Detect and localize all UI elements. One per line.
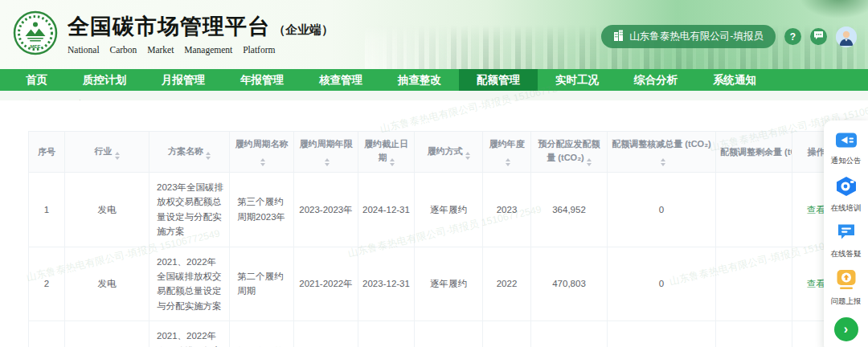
panel-item-label: 问题上报	[831, 296, 862, 307]
cell-seq: 2	[29, 247, 65, 321]
help-button[interactable]: ?	[784, 28, 801, 45]
nav-tab-annual-report[interactable]: 年报管理	[223, 69, 301, 91]
panel-item-training[interactable]: 在线培训	[831, 176, 862, 214]
branding: 全国碳市场管理平台 （企业端） National Carbon Market M…	[68, 12, 334, 55]
col-deadline[interactable]: 履约截止日期	[358, 132, 415, 173]
qa-chat-icon	[836, 223, 857, 246]
view-link[interactable]: 查看	[807, 279, 825, 288]
panel-item-qa[interactable]: 在线答疑	[831, 223, 862, 259]
table-header-row: 序号 行业 方案名称 履约周期名称 履约周期年限 履约截止日期 履约方式 履约年…	[29, 132, 841, 173]
chevron-right-icon: ›	[844, 322, 848, 337]
col-cycle-name[interactable]: 履约周期名称	[230, 132, 294, 173]
cell-deadline: 2023-12-31	[358, 321, 415, 347]
cell-adjust-reduction: 0	[608, 247, 716, 321]
cell-industry: 发电	[65, 321, 149, 347]
nav-tab-realtime-status[interactable]: 实时工况	[538, 69, 616, 91]
cell-adjust-remaining	[716, 247, 792, 321]
table-row: 1 发电 2023年全国碳排放权交易配额总量设定与分配实施方案 第三个履约周期2…	[29, 173, 841, 247]
cell-industry: 发电	[65, 247, 149, 321]
svg-text:MEE: MEE	[30, 44, 40, 49]
cell-cycle-years: 2021-2022年	[294, 321, 358, 347]
col-method[interactable]: 履约方式	[415, 132, 483, 173]
collapse-panel-button[interactable]: ›	[834, 317, 858, 341]
cell-adjust-reduction: 0	[608, 321, 716, 347]
quick-access-panel: 通知公告 在线培训 在线答疑	[824, 120, 868, 347]
col-adjust-reduction[interactable]: 配额调整核减总量 (tCO₂)	[608, 132, 716, 173]
col-year[interactable]: 履约年度	[483, 132, 531, 173]
header-actions: 山东鲁泰热电有限公司-填报员 ?	[601, 25, 857, 48]
message-button[interactable]	[810, 28, 827, 45]
avatar[interactable]	[836, 27, 857, 47]
cell-method: 逐年履约	[415, 173, 483, 247]
nav-tab-home[interactable]: 首页	[8, 69, 65, 91]
cell-pre-allocation: 470,803	[531, 247, 608, 321]
announcement-icon	[835, 131, 858, 153]
cell-cycle-years: 2021-2022年	[294, 247, 358, 321]
cell-cycle-years: 2023-2023年	[294, 173, 358, 247]
cell-pre-allocation: 364,952	[531, 173, 608, 247]
cell-adjust-reduction: 0	[608, 173, 716, 247]
mee-logo-icon: MEE	[13, 10, 58, 55]
cell-pre-allocation: 470,803	[531, 321, 608, 347]
page-title-suffix: （企业端）	[273, 22, 334, 38]
sort-icon[interactable]	[325, 158, 330, 166]
panel-item-announcements[interactable]: 通知公告	[831, 131, 862, 166]
table-row: 2 发电 2021、2022年全国碳排放权交易配额总量设定与分配实施方案 第二个…	[29, 247, 841, 321]
panel-item-label: 通知公告	[831, 156, 862, 166]
sort-icon[interactable]	[465, 152, 470, 160]
cell-deadline: 2024-12-31	[358, 173, 415, 247]
page-subtitle-english: National Carbon Market Management Platfo…	[68, 45, 334, 55]
cell-seq: 3	[29, 321, 65, 347]
content-area: 序号 行业 方案名称 履约周期名称 履约周期年限 履约截止日期 履约方式 履约年…	[0, 100, 868, 347]
sort-icon[interactable]	[206, 152, 211, 160]
col-cycle-years[interactable]: 履约周期年限	[294, 132, 358, 173]
nav-tab-analysis[interactable]: 综合分析	[616, 69, 695, 91]
upload-icon	[836, 269, 857, 293]
panel-item-issue-report[interactable]: 问题上报	[831, 269, 862, 307]
nav-tab-spot-check[interactable]: 抽查整改	[380, 69, 459, 91]
cell-cycle-name: 第三个履约周期2023年	[230, 173, 294, 247]
col-industry[interactable]: 行业	[65, 132, 149, 173]
chat-icon	[813, 31, 824, 43]
nav-tab-system-notice[interactable]: 系统通知	[695, 69, 774, 91]
cell-adjust-remaining	[716, 321, 792, 347]
org-badge-label: 山东鲁泰热电有限公司-填报员	[629, 30, 764, 43]
cell-plan-name: 2021、2022年全国碳排放权交易配额总量设定与分配实施方案	[149, 321, 230, 347]
cell-seq: 1	[29, 173, 65, 247]
table-row: 3 发电 2021、2022年全国碳排放权交易配额总量设定与分配实施方案 第二个…	[29, 321, 841, 347]
col-pre-allocation[interactable]: 预分配应发配额量 (tCO₂)	[531, 132, 608, 173]
cell-year: 2022	[483, 247, 531, 321]
cell-cycle-name: 第二个履约周期	[230, 247, 294, 321]
cell-year: 2021	[483, 321, 531, 347]
cell-method: 逐年履约	[415, 321, 483, 347]
sort-icon[interactable]	[260, 158, 265, 166]
sort-icon[interactable]	[587, 158, 592, 166]
nav-tab-verification[interactable]: 核查管理	[301, 69, 380, 91]
sort-icon[interactable]	[661, 158, 665, 166]
cell-industry: 发电	[65, 173, 149, 247]
cell-adjust-remaining	[716, 173, 792, 247]
org-badge[interactable]: 山东鲁泰热电有限公司-填报员	[601, 25, 776, 48]
main-nav: 首页 质控计划 月报管理 年报管理 核查管理 抽查整改 配额管理 实时工况 综合…	[0, 69, 868, 91]
building-icon	[613, 30, 624, 43]
panel-item-label: 在线培训	[831, 203, 862, 214]
nav-tab-quality-plan[interactable]: 质控计划	[65, 69, 144, 91]
sort-icon[interactable]	[506, 158, 510, 166]
question-icon: ?	[790, 31, 796, 43]
training-icon	[835, 176, 858, 200]
app-header: MEE 全国碳市场管理平台 （企业端） National Carbon Mark…	[0, 0, 868, 69]
cell-year: 2023	[483, 173, 531, 247]
view-link[interactable]: 查看	[807, 205, 825, 214]
nav-tab-monthly-report[interactable]: 月报管理	[144, 69, 223, 91]
cell-method: 逐年履约	[415, 247, 483, 321]
panel-item-label: 在线答疑	[831, 249, 862, 259]
sort-icon[interactable]	[390, 158, 395, 166]
col-adjust-remaining[interactable]: 配额调整剩余量 (tCO₂)	[716, 132, 792, 173]
cell-plan-name: 2021、2022年全国碳排放权交易配额总量设定与分配实施方案	[149, 247, 230, 321]
cell-plan-name: 2023年全国碳排放权交易配额总量设定与分配实施方案	[149, 173, 230, 247]
sort-icon[interactable]	[115, 152, 120, 160]
quota-table: 序号 行业 方案名称 履约周期名称 履约周期年限 履约截止日期 履约方式 履约年…	[28, 131, 841, 347]
col-plan-name[interactable]: 方案名称	[149, 132, 230, 173]
nav-tab-quota[interactable]: 配额管理	[459, 69, 538, 91]
cell-deadline: 2023-12-31	[358, 247, 415, 321]
